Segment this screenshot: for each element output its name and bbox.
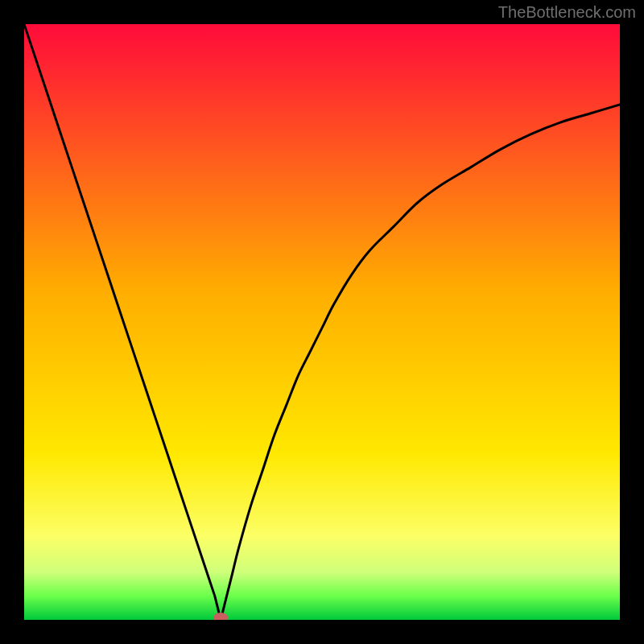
gradient-background bbox=[24, 24, 620, 620]
plot-area bbox=[24, 24, 620, 620]
chart-frame: TheBottleneck.com bbox=[0, 0, 644, 644]
bottleneck-chart bbox=[24, 24, 620, 620]
attribution-text: TheBottleneck.com bbox=[498, 3, 636, 22]
